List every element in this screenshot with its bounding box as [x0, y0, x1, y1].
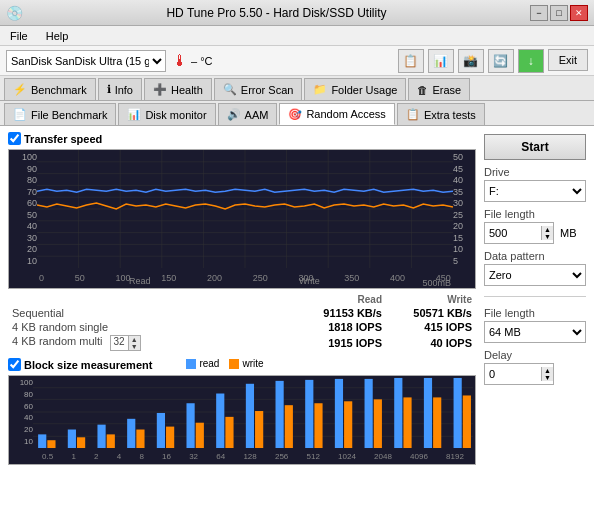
drive-dropdown[interactable]: F:: [484, 180, 586, 202]
menu-help[interactable]: Help: [42, 29, 73, 43]
svg-rect-52: [463, 395, 471, 448]
delay-up[interactable]: ▲: [542, 367, 553, 374]
right-panel: Start Drive F: File length 500 ▲ ▼ MB: [480, 130, 590, 522]
tab-disk-monitor[interactable]: 📊 Disk monitor: [118, 103, 215, 125]
data-pattern-section: Data pattern Zero: [484, 250, 586, 286]
block-legend: read write: [186, 358, 263, 369]
svg-rect-29: [127, 419, 135, 448]
tab-extra-tests[interactable]: 📋 Extra tests: [397, 103, 485, 125]
random-multi-read: 1915 IOPS: [296, 334, 386, 352]
svg-rect-51: [454, 378, 462, 448]
drive-section: Drive F:: [484, 166, 586, 202]
tab-file-benchmark[interactable]: 📄 File Benchmark: [4, 103, 116, 125]
tab-health[interactable]: ➕ Health: [144, 78, 212, 100]
tab-error-scan[interactable]: 🔍 Error Scan: [214, 78, 303, 100]
tab-erase[interactable]: 🗑 Erase: [408, 78, 470, 100]
table-row: Sequential 91153 KB/s 50571 KB/s: [8, 306, 476, 320]
sequential-label: Sequential: [8, 306, 296, 320]
svg-rect-38: [255, 411, 263, 448]
sequential-write: 50571 KB/s: [386, 306, 476, 320]
toolbar-btn-3[interactable]: 📸: [458, 49, 484, 73]
random-multi-write: 40 IOPS: [386, 334, 476, 352]
tab-aam[interactable]: 🔊 AAM: [218, 103, 278, 125]
multi-spinbox[interactable]: 32 ▲ ▼: [110, 335, 141, 351]
transfer-speed-checkbox[interactable]: [8, 132, 21, 145]
exit-button[interactable]: Exit: [548, 49, 588, 71]
svg-rect-32: [166, 427, 174, 448]
spinbox-down[interactable]: ▼: [129, 343, 140, 350]
random-access-icon: 🎯: [288, 108, 302, 121]
svg-rect-23: [38, 434, 46, 448]
block-size-header: Block size measurement read write: [8, 358, 476, 371]
tab-benchmark[interactable]: ⚡ Benchmark: [4, 78, 96, 100]
start-button[interactable]: Start: [484, 134, 586, 160]
file-length-spinbox[interactable]: 500 ▲ ▼: [484, 222, 554, 244]
stats-table: Read Write Sequential 91153 KB/s 50571 K…: [8, 293, 476, 352]
drive-select[interactable]: SanDisk SanDisk Ultra (15 gB): [6, 50, 166, 72]
svg-rect-33: [186, 403, 194, 448]
data-pattern-label: Data pattern: [484, 250, 586, 262]
tab-folder-usage[interactable]: 📁 Folder Usage: [304, 78, 406, 100]
title-bar: 💿 HD Tune Pro 5.50 - Hard Disk/SSD Utili…: [0, 0, 594, 26]
temp-display: 🌡 – °C: [172, 52, 213, 70]
tab-info[interactable]: ℹ Info: [98, 78, 142, 100]
transfer-speed-section: Transfer speed: [8, 132, 476, 145]
benchmark-icon: ⚡: [13, 83, 27, 96]
health-icon: ➕: [153, 83, 167, 96]
svg-rect-49: [424, 378, 432, 448]
folder-icon: 📁: [313, 83, 327, 96]
temp-value: – °C: [191, 55, 213, 67]
file-length-down[interactable]: ▼: [542, 233, 553, 240]
svg-rect-41: [305, 380, 313, 448]
menu-file[interactable]: File: [6, 29, 32, 43]
svg-rect-48: [403, 397, 411, 448]
read-legend-box: [186, 359, 196, 369]
svg-rect-35: [216, 394, 224, 448]
tab-random-access[interactable]: 🎯 Random Access: [279, 103, 394, 125]
minimize-button[interactable]: −: [530, 5, 548, 21]
block-size-checkbox-label[interactable]: Block size measurement: [8, 358, 152, 371]
block-size-section: Block size measurement read write 100: [8, 358, 476, 465]
delay-down[interactable]: ▼: [542, 374, 553, 381]
y-axis-left: 100 90 80 70 60 50 40 30 20 10: [9, 150, 37, 268]
file-length-label: File length: [484, 208, 586, 220]
x-axis-labels: 0 50 100 150 200 250 300 350 400 450: [37, 268, 453, 288]
toolbar-btn-4[interactable]: 🔄: [488, 49, 514, 73]
main-content: Transfer speed 100 90 80 70 60 50 40 30 …: [0, 126, 594, 522]
aam-icon: 🔊: [227, 108, 241, 121]
info-icon: ℹ: [107, 83, 111, 96]
file-length-2-dropdown[interactable]: 64 MB: [484, 321, 586, 343]
toolbar-btn-5[interactable]: ↓: [518, 49, 544, 73]
svg-rect-40: [285, 405, 293, 448]
legend-write: write: [229, 358, 263, 369]
file-length-up[interactable]: ▲: [542, 226, 553, 233]
svg-rect-36: [225, 417, 233, 448]
table-row: 4 KB random multi 32 ▲ ▼ 1915 IOPS 40 IO…: [8, 334, 476, 352]
delay-label: Delay: [484, 349, 586, 361]
extra-tests-icon: 📋: [406, 108, 420, 121]
random-single-write: 415 IOPS: [386, 320, 476, 334]
file-benchmark-icon: 📄: [13, 108, 27, 121]
close-button[interactable]: ✕: [570, 5, 588, 21]
block-size-checkbox[interactable]: [8, 358, 21, 371]
disk-monitor-icon: 📊: [127, 108, 141, 121]
svg-rect-46: [374, 399, 382, 448]
maximize-button[interactable]: □: [550, 5, 568, 21]
read-label: Read: [129, 276, 151, 286]
svg-rect-50: [433, 397, 441, 448]
data-pattern-dropdown[interactable]: Zero: [484, 264, 586, 286]
delay-section: Delay 0 ▲ ▼: [484, 349, 586, 385]
spinbox-up[interactable]: ▲: [129, 336, 140, 343]
transfer-speed-checkbox-label[interactable]: Transfer speed: [8, 132, 102, 145]
svg-rect-42: [314, 403, 322, 448]
toolbar-btn-1[interactable]: 📋: [398, 49, 424, 73]
svg-rect-27: [97, 425, 105, 448]
file-length-section: File length 500 ▲ ▼ MB: [484, 208, 586, 244]
toolbar-btn-2[interactable]: 📊: [428, 49, 454, 73]
svg-rect-43: [335, 379, 343, 448]
table-row: 4 KB random single 1818 IOPS 415 IOPS: [8, 320, 476, 334]
svg-rect-24: [47, 440, 55, 448]
sequential-read: 91153 KB/s: [296, 306, 386, 320]
delay-spinbox[interactable]: 0 ▲ ▼: [484, 363, 554, 385]
svg-rect-34: [196, 423, 204, 448]
